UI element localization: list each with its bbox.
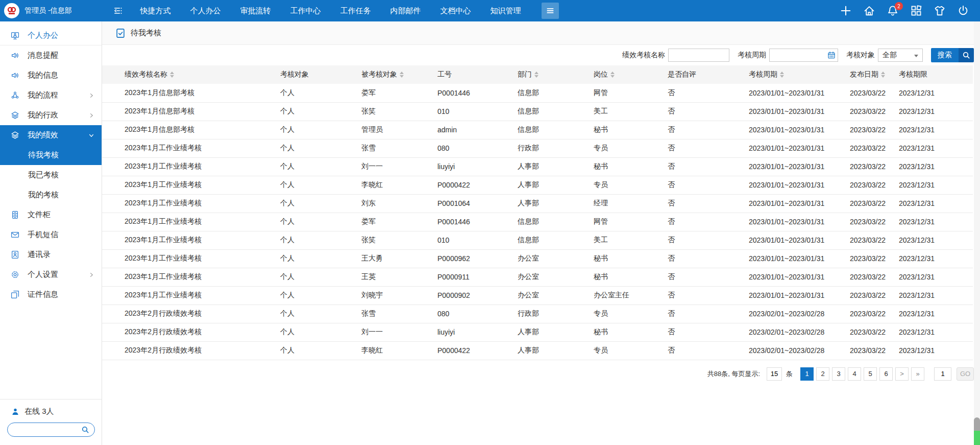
column-header[interactable]: 部门 bbox=[518, 65, 594, 84]
column-header-label: 岗位 bbox=[594, 70, 608, 79]
page-button[interactable]: 6 bbox=[879, 367, 893, 381]
goto-page-input[interactable] bbox=[934, 367, 951, 381]
last-page-button[interactable]: » bbox=[911, 367, 924, 381]
table-row[interactable]: 2023年2月行政绩效考核个人李晓红P0000422人事部专员否2023/02/… bbox=[102, 341, 973, 360]
page-button[interactable]: 5 bbox=[864, 367, 877, 381]
flow-icon bbox=[10, 91, 19, 100]
table-row[interactable]: 2023年1月工作业绩考核个人张雪080行政部专员否2023/01/01~202… bbox=[102, 139, 973, 157]
theme-shirt-button[interactable] bbox=[934, 5, 945, 16]
scrollbar-track[interactable] bbox=[974, 21, 980, 445]
sort-icon[interactable] bbox=[610, 72, 615, 78]
column-header: 考核期限 bbox=[899, 65, 973, 84]
search-icon[interactable] bbox=[81, 426, 89, 434]
column-header: 考核对象 bbox=[280, 65, 361, 84]
bell-button[interactable]: 2 bbox=[887, 5, 898, 16]
filter-target-select[interactable]: 全部 bbox=[878, 49, 923, 62]
table-cell: 2023/03/22 bbox=[850, 157, 899, 176]
page-button[interactable]: 4 bbox=[848, 367, 861, 381]
speaker-icon bbox=[10, 51, 19, 60]
table-row[interactable]: 2023年1月工作业绩考核个人李晓红P0000422人事部专员否2023/01/… bbox=[102, 176, 973, 194]
page-button[interactable]: 3 bbox=[832, 367, 845, 381]
sidebar-item-sub[interactable]: 我的考核 bbox=[0, 185, 102, 205]
sidebar-bottom: 在线 3人 bbox=[0, 399, 102, 445]
top-nav-item[interactable]: 个人办公 bbox=[190, 6, 221, 16]
search-button[interactable]: 搜索 bbox=[931, 48, 974, 62]
more-menu-button[interactable] bbox=[542, 3, 559, 19]
table-row[interactable]: 2023年1月工作业绩考核个人张笑010信息部美工否2023/01/01~202… bbox=[102, 231, 973, 249]
sort-icon[interactable] bbox=[170, 72, 174, 78]
plus-button[interactable] bbox=[840, 5, 851, 16]
home-icon bbox=[864, 5, 875, 16]
table-cell: 2023/01/01~2023/01/31 bbox=[749, 84, 850, 102]
power-button[interactable] bbox=[958, 5, 969, 16]
scrollbar-thumb[interactable] bbox=[974, 417, 980, 445]
table-cell: 个人 bbox=[280, 249, 361, 268]
table-cell: 080 bbox=[437, 305, 518, 323]
top-nav-item[interactable]: 审批流转 bbox=[240, 6, 271, 16]
table-row[interactable]: 2023年1月工作业绩考核个人王英P0000911办公室秘书否2023/01/0… bbox=[102, 268, 973, 286]
sidebar-item[interactable]: 我的流程 bbox=[0, 85, 102, 105]
sidebar-item[interactable]: 我的行政 bbox=[0, 105, 102, 125]
top-nav-item[interactable]: 内部邮件 bbox=[390, 6, 421, 16]
main-content: 待我考核 绩效考核名称 考核周期 bbox=[102, 21, 980, 445]
page-button[interactable]: 1 bbox=[800, 367, 814, 381]
sort-icon[interactable] bbox=[881, 72, 885, 78]
page-button[interactable]: 2 bbox=[816, 367, 829, 381]
table-cell: 专员 bbox=[594, 341, 668, 360]
table-cell: 2023/01/01~2023/01/31 bbox=[749, 176, 850, 194]
sidebar-item-sub[interactable]: 我已考核 bbox=[0, 165, 102, 185]
table-cell: 否 bbox=[668, 157, 749, 176]
column-header[interactable]: 被考核对象 bbox=[361, 65, 437, 84]
column-header[interactable]: 发布日期 bbox=[850, 65, 899, 84]
table-row[interactable]: 2023年1月工作业绩考核个人娄军P0001446信息部网管否2023/01/0… bbox=[102, 213, 973, 231]
mail-icon bbox=[10, 230, 19, 240]
top-nav-item[interactable]: 快捷方式 bbox=[140, 6, 171, 16]
sidebar-item[interactable]: 通讯录 bbox=[0, 245, 102, 265]
calendar-icon[interactable] bbox=[827, 51, 836, 59]
sidebar-item[interactable]: 我的信息 bbox=[0, 65, 102, 85]
table-row[interactable]: 2023年2月行政绩效考核个人张雪080行政部专员否2023/02/01~202… bbox=[102, 305, 973, 323]
sort-icon[interactable] bbox=[780, 72, 784, 78]
table-cell: 美工 bbox=[594, 231, 668, 249]
sidebar-item[interactable]: 文件柜 bbox=[0, 205, 102, 225]
table-cell: 2023/12/31 bbox=[899, 341, 973, 360]
next-page-button[interactable]: > bbox=[895, 367, 909, 381]
top-nav-item[interactable]: 知识管理 bbox=[491, 6, 521, 16]
top-nav-item[interactable]: 工作中心 bbox=[290, 6, 321, 16]
sidebar-item[interactable]: 我的绩效 bbox=[0, 125, 102, 145]
sidebar-item[interactable]: 个人办公 bbox=[0, 26, 102, 45]
top-nav-item[interactable]: 文档中心 bbox=[440, 6, 471, 16]
table-cell: 网管 bbox=[594, 213, 668, 231]
table-row[interactable]: 2023年1月工作业绩考核个人刘一一liuyiyi人事部秘书否2023/01/0… bbox=[102, 157, 973, 176]
sidebar-item[interactable]: 消息提醒 bbox=[0, 45, 102, 65]
table-row[interactable]: 2023年2月行政绩效考核个人刘一一liuyiyi人事部秘书否2023/02/0… bbox=[102, 323, 973, 341]
sort-icon[interactable] bbox=[534, 72, 538, 78]
filter-name-input[interactable] bbox=[668, 49, 729, 62]
column-header[interactable]: 绩效考核名称 bbox=[102, 65, 280, 84]
collapse-sidebar-icon[interactable] bbox=[112, 5, 124, 17]
sidebar-item[interactable]: 手机短信 bbox=[0, 225, 102, 245]
table-row[interactable]: 2023年1月工作业绩考核个人王大勇P0000962办公室秘书否2023/01/… bbox=[102, 249, 973, 268]
table-body: 2023年1月信息部考核个人娄军P0001446信息部网管否2023/01/01… bbox=[102, 84, 973, 360]
table-row[interactable]: 2023年1月信息部考核个人管理员admin信息部秘书否2023/01/01~2… bbox=[102, 121, 973, 139]
sidebar-item-sub[interactable]: 待我考核 bbox=[0, 145, 102, 165]
sidebar-item-label: 我的流程 bbox=[28, 90, 58, 100]
table-cell: 秘书 bbox=[594, 121, 668, 139]
apps-button[interactable] bbox=[911, 5, 922, 16]
go-button[interactable]: GO bbox=[957, 367, 974, 381]
logo[interactable] bbox=[4, 3, 19, 18]
column-header[interactable]: 岗位 bbox=[594, 65, 668, 84]
table-row[interactable]: 2023年1月工作业绩考核个人刘晓宇P0000902办公室办公室主任否2023/… bbox=[102, 286, 973, 305]
column-header[interactable]: 考核周期 bbox=[749, 65, 850, 84]
table-row[interactable]: 2023年1月工作业绩考核个人刘东P0001064人事部经理否2023/01/0… bbox=[102, 194, 973, 213]
table-row[interactable]: 2023年1月信息部考核个人张笑010信息部美工否2023/01/01~2023… bbox=[102, 102, 973, 121]
search-button-label: 搜索 bbox=[931, 48, 959, 62]
page-size-input[interactable] bbox=[767, 367, 782, 381]
sidebar-item[interactable]: 个人设置 bbox=[0, 265, 102, 285]
top-nav-item[interactable]: 工作任务 bbox=[340, 6, 371, 16]
table-cell: 个人 bbox=[280, 157, 361, 176]
sidebar-item[interactable]: 证件信息 bbox=[0, 285, 102, 305]
sort-icon[interactable] bbox=[400, 72, 404, 78]
table-row[interactable]: 2023年1月信息部考核个人娄军P0001446信息部网管否2023/01/01… bbox=[102, 84, 973, 102]
home-button[interactable] bbox=[864, 5, 875, 16]
